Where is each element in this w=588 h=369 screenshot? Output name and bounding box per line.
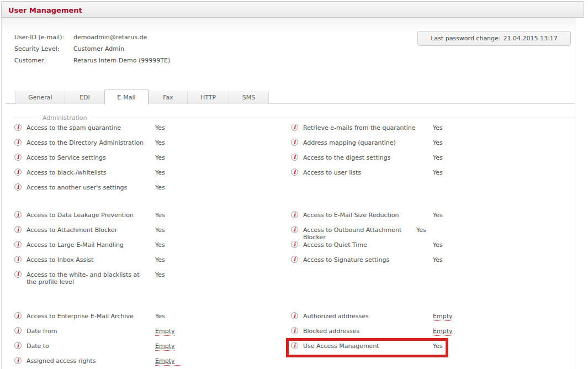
settings-group3-left: i Access to Enterprise E-Mail Archive Ye… [14,313,208,369]
settings-group1-right: i Retrieve e-mails from the quarantine Y… [291,124,484,184]
setting-label: Access to another user's settings [27,184,155,191]
setting-value: Yes [155,154,165,161]
setting-value: Yes [155,271,165,278]
setting-value: Empty [433,313,452,321]
setting-label: Authorized addresses [303,313,433,320]
info-icon[interactable]: i [14,312,22,319]
info-icon[interactable]: i [14,211,22,218]
user-id-value: demoadmin@retarus.de [73,33,147,45]
setting-value: Yes [155,139,165,146]
setting-value: Yes [433,241,443,249]
setting-row: i Access to the digest settings Yes [291,154,484,169]
info-icon[interactable]: i [14,357,22,364]
info-icon[interactable]: i [14,124,22,131]
info-icon[interactable]: i [14,327,22,334]
tab-general[interactable]: General [15,91,65,104]
setting-label: Access to Attachment Blocker [27,226,155,234]
settings-group3-right: i Authorized addresses Empty i Blocked a… [291,313,484,357]
info-icon[interactable]: i [291,342,298,349]
user-id-row: User-ID (e-mail): demoadmin@retarus.de [14,33,170,45]
setting-row: i Access to user lists Yes [291,169,484,184]
setting-value: Yes [433,124,443,131]
info-icon[interactable]: i [291,154,298,161]
info-icon[interactable]: i [291,327,298,334]
setting-row: i Access to black-/whitelists Yes [14,169,208,184]
setting-row: i Access to Large E-Mail Handling Yes [14,241,208,256]
legend-line-right [92,118,575,118]
setting-label: Access to Service settings [27,154,155,161]
setting-value: Yes [155,184,165,191]
setting-row: i Date from Empty [14,328,208,342]
setting-label: Use Access Management [303,342,433,350]
setting-row: i Access to Signature settings Yes [291,256,484,271]
setting-label: Assigned access rights [27,357,155,365]
setting-value: Yes [433,212,443,219]
settings-group1-left: i Access to the spam quarantine Yes i Ac… [14,124,208,199]
setting-row: i Access to Quiet Time Yes [291,241,484,256]
tab-edi[interactable]: EDI [65,91,104,104]
info-icon[interactable]: i [14,342,22,349]
setting-label: Retrieve e-mails from the quarantine [303,124,433,131]
info-icon[interactable]: i [14,241,22,248]
info-icon[interactable]: i [14,226,22,233]
setting-row: i Assigned access rights Empty [14,357,208,369]
setting-row: i Access to the Directory Administration… [14,139,208,154]
setting-label: Access to Large E-Mail Handling [27,241,155,249]
info-icon[interactable]: i [14,168,22,176]
last-password-change-label: Last password change: [431,35,500,42]
security-level-label: Security Level: [14,45,73,56]
legend-text: Administration [37,114,92,122]
info-icon[interactable]: i [14,154,22,161]
info-icon[interactable]: i [291,241,298,248]
info-icon[interactable]: i [14,183,22,191]
setting-row: i Address mapping (quarantine) Yes [291,139,484,154]
setting-label: Access to E-Mail Size Reduction [303,212,433,219]
info-icon[interactable]: i [14,139,22,146]
setting-row: i Access to Inbox Assist Yes [14,256,208,271]
setting-row: i Access to Enterprise E-Mail Archive Ye… [14,313,208,328]
setting-value: Empty [155,342,174,351]
setting-row: i Access to Data Leakage Prevention Yes [14,212,208,226]
last-password-change-box: Last password change: 21.04.2015 13:17 [417,31,571,46]
setting-value: Yes [433,154,443,161]
setting-label: Access to black-/whitelists [27,169,155,176]
tab-fax[interactable]: Fax [149,91,187,104]
setting-label: Access to the digest settings [303,154,433,161]
info-icon[interactable]: i [291,226,298,233]
setting-value: Yes [155,169,165,176]
setting-label: Access to Data Leakage Prevention [27,212,155,219]
info-icon[interactable]: i [291,312,298,319]
setting-row: i Access to Service settings Yes [14,154,208,169]
tab-sms[interactable]: SMS [229,91,269,104]
last-password-change-value: 21.04.2015 13:17 [504,35,558,42]
settings-group2-left: i Access to Data Leakage Prevention Yes … [14,212,208,286]
setting-label: Address mapping (quarantine) [303,139,433,146]
info-icon[interactable]: i [291,211,298,218]
tab-email[interactable]: E-Mail [104,89,149,104]
security-level-row: Security Level: Customer Admin [14,45,170,56]
info-icon[interactable]: i [14,271,22,278]
info-icon[interactable]: i [291,139,298,146]
setting-value: Yes [433,342,443,350]
user-management-page: User Management User-ID (e-mail): demoad… [0,0,588,369]
setting-label: Access to the spam quarantine [27,124,155,131]
setting-row: i Access to the white- and blacklists at… [14,271,208,286]
info-icon[interactable]: i [291,256,298,263]
setting-row: i Access to the spam quarantine Yes [14,124,208,139]
info-icon[interactable]: i [291,124,298,131]
setting-label: Access to Quiet Time [303,241,433,249]
info-icon[interactable]: i [291,168,298,176]
setting-row: i Access to Attachment Blocker Yes [14,226,208,241]
setting-value: Yes [433,169,443,176]
customer-label: Customer: [14,56,73,68]
setting-label: Access to the white- and blacklists at t… [27,271,155,286]
customer-row: Customer: Retarus Intern Demo (99999TE) [14,56,170,68]
user-info-block: User-ID (e-mail): demoadmin@retarus.de S… [14,33,170,68]
tab-http[interactable]: HTTP [187,91,229,104]
setting-value: Yes [155,212,165,219]
setting-value: Yes [416,226,426,234]
setting-row-use-access-management: i Use Access Management Yes [291,342,484,357]
info-icon[interactable]: i [14,256,22,263]
setting-row: i Access to Outbound Attachment Blocker … [291,226,484,241]
setting-value: Yes [155,241,165,249]
